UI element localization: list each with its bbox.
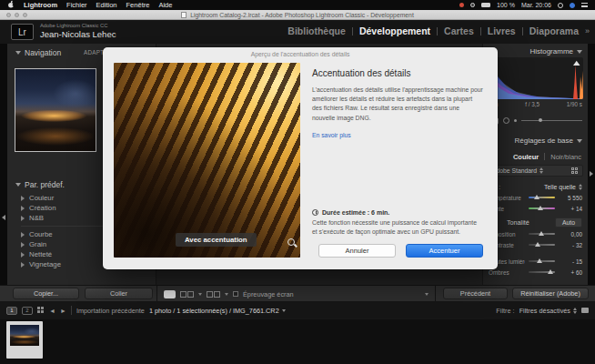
previous-button[interactable]: Précédent [443, 288, 508, 299]
tool-slider[interactable] [521, 120, 582, 121]
dialog-body-text: L'accentuation des détails utilise l'app… [312, 86, 483, 123]
clock-icon [312, 209, 318, 216]
menu-lightroom[interactable]: Lightroom [24, 1, 57, 9]
dialog-heading: Accentuation des détails [312, 68, 483, 78]
navigator-preview[interactable] [15, 68, 96, 152]
siri-icon[interactable] [570, 3, 575, 8]
menu-aide[interactable]: Aide [158, 1, 172, 9]
slider-handle[interactable] [535, 242, 540, 247]
white-balance-row: BB : Telle quelle [483, 181, 588, 192]
module-developpement[interactable]: Développement [359, 25, 430, 36]
chevron-down-icon[interactable] [198, 293, 202, 296]
dialog-content: Accentuation des détails L'accentuation … [312, 63, 483, 258]
menu-edition[interactable]: Edition [96, 1, 117, 9]
preview-state-label: Avec accentuation [176, 233, 257, 247]
chevron-right-icon [21, 242, 25, 248]
hautes-lumieres-track[interactable] [529, 260, 555, 262]
slider-handle[interactable] [534, 195, 540, 199]
spot-removal-tool-icon[interactable] [503, 117, 509, 124]
traffic-lights [6, 13, 27, 17]
previous-photo-icon[interactable]: ◄ [49, 308, 55, 314]
grid-view-icon[interactable] [37, 307, 45, 314]
module-picker: Bibliothèque Développement Cartes Livres… [287, 25, 590, 36]
identity-app-name: Adobe Lightroom Classic CC [40, 23, 116, 29]
zoom-window-icon[interactable] [23, 13, 27, 17]
right-panel: Histogramme mm f / 3,5 1/90 s [482, 44, 588, 285]
module-bibliotheque[interactable]: Bibliothèque [287, 25, 346, 36]
module-cartes[interactable]: Cartes [444, 25, 474, 36]
profile-selector[interactable]: Adobe Standard [488, 165, 583, 177]
module-overflow-chevron[interactable]: » [585, 26, 590, 35]
minimize-window-icon[interactable] [15, 13, 19, 17]
view-toolbar: Épreuvage écran [157, 286, 435, 302]
status-app-icon[interactable] [459, 3, 464, 7]
before-after-leftright-icon[interactable] [180, 291, 194, 298]
filter-label: Filtre : [496, 307, 514, 315]
slider-handle[interactable] [537, 258, 542, 263]
secondary-screen-button[interactable]: 2 [22, 307, 33, 315]
next-photo-icon[interactable]: ► [60, 308, 66, 314]
stepper-icon [540, 167, 543, 174]
filter-toggle[interactable] [581, 308, 589, 313]
loupe-view-icon[interactable] [164, 290, 176, 298]
slider-hautes-lumieres: Hautes lumières - 15 [483, 256, 588, 267]
slider-exposition: Exposition 0,00 [483, 228, 588, 239]
toolbar-options-chevron-icon[interactable] [425, 293, 429, 296]
filmstrip-thumbnail-selected[interactable] [6, 321, 43, 359]
filter-dropdown[interactable]: Filtres désactivés [519, 307, 577, 315]
status-circle-icon[interactable] [470, 3, 475, 7]
temperature-track[interactable] [529, 197, 555, 198]
document-icon [181, 12, 187, 18]
module-diaporama[interactable]: Diaporama [529, 25, 579, 36]
tint-track[interactable] [529, 207, 555, 209]
collapse-right-panel-icon[interactable] [590, 171, 593, 177]
module-livres[interactable]: Livres [488, 25, 516, 36]
primary-screen-button[interactable]: 1 [6, 307, 17, 315]
search-icon[interactable] [558, 3, 563, 8]
control-center-icon[interactable] [581, 3, 588, 7]
exif-aperture: f / 3,5 [525, 101, 540, 108]
ombres-track[interactable] [529, 271, 555, 273]
slider-handle[interactable] [539, 231, 544, 236]
macos-menubar: Lightroom Fichier Edition Fenêtre Aide 1… [0, 0, 595, 10]
redeye-tool-icon[interactable] [514, 119, 517, 122]
slider-handle[interactable] [538, 206, 543, 210]
histogram-panel-header[interactable]: Histogramme [483, 44, 588, 56]
histogram[interactable] [487, 57, 583, 99]
chevron-right-icon [21, 196, 25, 201]
thumbnail-image [10, 325, 39, 346]
reset-button[interactable]: Réinitialiser (Adobe) [512, 288, 589, 299]
left-panel-gutter [0, 44, 7, 285]
softproof-checkbox[interactable] [233, 291, 238, 297]
divider [544, 153, 545, 160]
enhance-preview-image[interactable]: Avec accentuation [114, 63, 300, 258]
tab-couleur[interactable]: Couleur [513, 153, 539, 161]
enhance-details-dialog: Aperçu de l'accentuation des détails Ave… [103, 47, 498, 269]
paste-button[interactable]: Coller [85, 288, 153, 299]
contraste-track[interactable] [529, 244, 555, 246]
enhance-button[interactable]: Accentuer [406, 244, 483, 258]
slider-handle[interactable] [548, 269, 553, 274]
collapse-left-panel-icon[interactable] [2, 215, 5, 220]
menubar-clock[interactable]: Mar. 20:06 [521, 2, 551, 8]
tab-noir-blanc[interactable]: Noir/blanc [550, 153, 581, 161]
wb-selector[interactable]: Telle quelle [544, 184, 582, 190]
before-after-topbottom-icon[interactable] [207, 291, 220, 298]
copy-button[interactable]: Copier... [13, 288, 79, 299]
menu-fenetre[interactable]: Fenêtre [126, 1, 150, 9]
basic-panel-header[interactable]: Réglages de base [483, 133, 588, 146]
filmstrip-source[interactable]: Importation précédente [76, 307, 145, 315]
menu-fichier[interactable]: Fichier [66, 1, 87, 9]
close-window-icon[interactable] [6, 13, 11, 17]
filmstrip-selection[interactable]: 1 photo / 1 sélectionnée(s) / IMG_7661.C… [149, 307, 286, 315]
apple-icon[interactable] [7, 0, 15, 10]
cancel-button[interactable]: Annuler [318, 244, 396, 258]
tone-section-header: Tonalité Auto [483, 217, 588, 228]
chevron-down-icon [15, 51, 21, 55]
profile-browser-icon[interactable] [571, 167, 579, 175]
auto-tone-button[interactable]: Auto [555, 217, 582, 228]
exposition-track[interactable] [529, 233, 555, 235]
chevron-down-icon[interactable] [225, 293, 228, 296]
filmstrip-bar: 1 2 ◄ ► Importation précédente 1 photo /… [0, 301, 595, 319]
learn-more-link[interactable]: En savoir plus [312, 132, 483, 138]
